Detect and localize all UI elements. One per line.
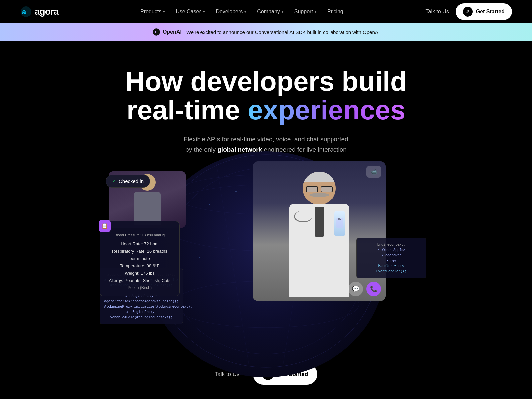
navbar: a agora Products ▾ Use Cases ▾ Developer… bbox=[0, 0, 532, 23]
nav-item-support[interactable]: Support ▾ bbox=[290, 6, 321, 17]
medical-line-7: Pollen (Birch) bbox=[105, 284, 175, 291]
logo-text: agora bbox=[35, 6, 58, 17]
logo[interactable]: a agora bbox=[20, 6, 58, 18]
doctor-head bbox=[303, 172, 336, 205]
talk-to-us-nav-link[interactable]: Talk to Us bbox=[425, 9, 449, 15]
gradient-text: experiences bbox=[248, 95, 405, 125]
nav-link-products[interactable]: Products ▾ bbox=[136, 6, 169, 17]
nav-item-pricing[interactable]: Pricing bbox=[323, 6, 347, 17]
medical-line-2: Respiratory Rate: 16 breaths bbox=[105, 248, 175, 255]
nav-link-pricing[interactable]: Pricing bbox=[323, 6, 347, 17]
arrow-icon: ↗ bbox=[463, 7, 473, 17]
checked-in-badge: ✓ Checked in bbox=[106, 175, 150, 188]
medical-line-5: Weight: 175 lbs bbox=[105, 270, 175, 277]
doctor-mustache bbox=[309, 193, 329, 197]
chevron-down-icon: ▾ bbox=[203, 10, 205, 14]
doctor-figure: Rx bbox=[289, 172, 349, 297]
nav-right: Talk to Us ↗ Get Started bbox=[425, 3, 512, 20]
openai-logo: OpenAI bbox=[152, 28, 182, 36]
glasses-right bbox=[321, 186, 332, 192]
doctor-tie bbox=[315, 207, 324, 237]
nav-item-company[interactable]: Company ▾ bbox=[253, 6, 287, 17]
chevron-down-icon: ▾ bbox=[282, 10, 284, 14]
glasses-left bbox=[306, 186, 318, 192]
svg-text:a: a bbox=[22, 8, 26, 16]
doctor-video-panel: Rx 📹 💬 📞 bbox=[253, 161, 386, 301]
nav-item-products[interactable]: Products ▾ bbox=[136, 6, 169, 17]
nav-link-support[interactable]: Support ▾ bbox=[290, 6, 321, 17]
medical-info-card: 📋 Blood Pressure: 130/80 mmHg Heart Rate… bbox=[100, 221, 180, 296]
medical-line-4: Temperature: 98.6°F bbox=[105, 262, 175, 270]
patient-body bbox=[134, 192, 161, 225]
medical-header: Blood Pressure: 130/80 mmHg bbox=[105, 232, 175, 238]
doctor-video-inner: Rx 📹 💬 📞 bbox=[253, 161, 386, 301]
doctor-stethoscope bbox=[294, 211, 312, 222]
doctor-hair bbox=[303, 172, 336, 182]
medical-line-1: Heart Rate: 72 bpm bbox=[105, 240, 175, 248]
chevron-down-icon: ▾ bbox=[244, 10, 246, 14]
chat-button[interactable]: 💬 bbox=[348, 282, 363, 296]
chevron-down-icon: ▾ bbox=[163, 10, 165, 14]
video-action-buttons: 💬 📞 bbox=[348, 282, 381, 296]
code-snippet-right: EngineContext; • <Your AppId> • agoraRtc… bbox=[356, 238, 426, 278]
hero-section: How developers build real-time experienc… bbox=[0, 41, 532, 399]
doctor-body: Rx bbox=[289, 204, 349, 297]
nav-link-company[interactable]: Company ▾ bbox=[253, 6, 287, 17]
openai-icon bbox=[152, 28, 160, 36]
get-started-nav-button[interactable]: ↗ Get Started bbox=[456, 3, 512, 20]
illustration-area: ✓ Checked in ⊡ 📋 Blood Pressure: 130/80 … bbox=[20, 171, 512, 344]
medical-line-6: Allergy: Peanuts, Shellfish, Cats bbox=[105, 277, 175, 284]
hero-title: How developers build real-time experienc… bbox=[116, 67, 416, 124]
phone-button[interactable]: 📞 bbox=[366, 282, 381, 296]
glasses-bridge bbox=[318, 189, 321, 189]
logo-icon: a bbox=[20, 6, 32, 18]
medical-icon: 📋 bbox=[99, 220, 111, 232]
video-camera-icon[interactable]: 📹 bbox=[366, 166, 381, 178]
check-icon: ✓ bbox=[112, 178, 116, 184]
nav-item-use-cases[interactable]: Use Cases ▾ bbox=[172, 6, 209, 17]
nav-link-use-cases[interactable]: Use Cases ▾ bbox=[172, 6, 209, 17]
chevron-down-icon: ▾ bbox=[315, 10, 317, 14]
nav-link-developers[interactable]: Developers ▾ bbox=[212, 6, 250, 17]
nav-item-developers[interactable]: Developers ▾ bbox=[212, 6, 250, 17]
medicine-bottle: Rx bbox=[334, 211, 345, 236]
nav-links: Products ▾ Use Cases ▾ Developers ▾ Comp… bbox=[136, 6, 347, 17]
announcement-banner[interactable]: OpenAI We're excited to announce our Con… bbox=[0, 23, 532, 41]
medical-line-3: per minute bbox=[105, 255, 175, 262]
